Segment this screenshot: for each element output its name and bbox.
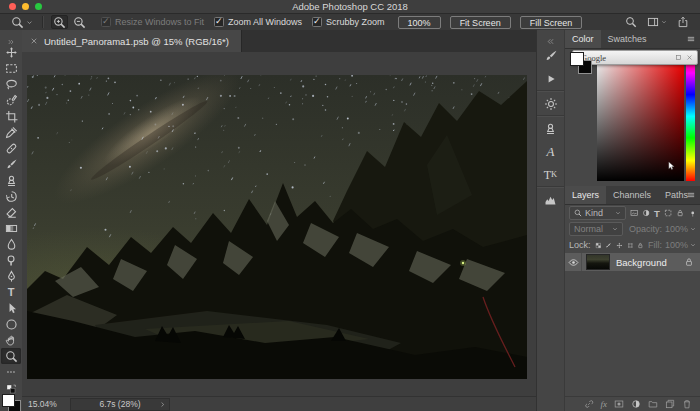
tool-preset-picker[interactable]	[11, 16, 33, 29]
tab-color[interactable]: Color	[565, 30, 601, 48]
hand-tool[interactable]	[1, 332, 21, 348]
tab-layers[interactable]: Layers	[565, 186, 606, 204]
search-icon[interactable]	[625, 16, 637, 28]
eraser-tool[interactable]	[1, 204, 21, 220]
filter-type-layers-icon[interactable]: T	[654, 208, 660, 219]
eyedropper-icon	[5, 126, 18, 139]
layer-row-background[interactable]: Background	[565, 253, 700, 271]
dodge-tool[interactable]	[1, 252, 21, 268]
restore-icon[interactable]	[675, 54, 682, 61]
new-group-button[interactable]	[648, 399, 658, 409]
opacity-value[interactable]: 100%	[665, 224, 696, 234]
edit-toolbar-button[interactable]	[1, 364, 21, 380]
zoom-all-windows-checkbox[interactable]: Zoom All Windows	[214, 17, 302, 27]
resize-windows-checkbox[interactable]: Resize Windows to Fit	[101, 17, 204, 27]
layer-thumbnail[interactable]	[586, 254, 610, 270]
fit-screen-button[interactable]: Fit Screen	[450, 16, 511, 29]
tab-swatches[interactable]: Swatches	[601, 30, 654, 48]
clone-source-panel-button[interactable]	[537, 117, 564, 140]
brush-tool[interactable]	[1, 156, 21, 172]
histogram-panel-button[interactable]	[537, 188, 564, 211]
color-swatch-control[interactable]	[1, 393, 21, 411]
chevron-right-icon[interactable]	[159, 401, 166, 408]
foreground-color-swatch[interactable]	[570, 52, 584, 66]
type-tool[interactable]: T	[1, 284, 21, 300]
default-colors-button[interactable]	[6, 381, 17, 392]
status-info[interactable]: 6.7s (28%)	[70, 398, 170, 411]
filter-kind-dropdown[interactable]: Kind	[569, 206, 626, 220]
pen-tool[interactable]	[1, 268, 21, 284]
lock-pixels-icon[interactable]	[605, 241, 612, 250]
blend-mode-dropdown[interactable]: Normal	[569, 222, 623, 236]
lock-position-icon[interactable]	[616, 241, 623, 250]
canvas-area[interactable]	[22, 52, 536, 397]
color-panel-body: Google	[565, 49, 700, 187]
healing-brush-tool[interactable]	[1, 140, 21, 156]
gradient-tool[interactable]	[1, 220, 21, 236]
brush-settings-icon	[544, 49, 558, 63]
panel-menu-icon[interactable]	[686, 34, 696, 44]
workspace-switcher[interactable]	[647, 16, 667, 28]
status-zoom-level[interactable]: 15.04%	[28, 399, 70, 409]
photoshop-window: Adobe Photoshop CC 2018 Resize Windows t…	[0, 0, 700, 411]
layer-style-button[interactable]: fx	[601, 400, 608, 409]
filter-pixel-layers-icon[interactable]	[630, 208, 638, 218]
zoom-in-button[interactable]	[51, 15, 68, 29]
zoom-100-button[interactable]: 100%	[398, 16, 441, 29]
new-layer-button[interactable]	[665, 399, 675, 409]
layers-empty-area	[565, 271, 700, 396]
close-icon[interactable]	[686, 54, 693, 61]
quick-selection-tool[interactable]	[1, 92, 21, 108]
filter-toggle-icon[interactable]	[689, 209, 696, 218]
panel-menu-icon[interactable]	[686, 190, 696, 200]
actions-panel-button[interactable]	[537, 67, 564, 90]
fill-value[interactable]: 100%	[665, 240, 696, 250]
document-tab-bar: Untitled_Panorama1.psb @ 15% (RGB/16*)	[22, 30, 536, 53]
history-brush-tool[interactable]	[1, 188, 21, 204]
add-mask-button[interactable]	[614, 399, 624, 409]
filter-smart-objects-icon[interactable]	[676, 208, 684, 218]
crop-tool[interactable]	[1, 108, 21, 124]
filter-adjustment-layers-icon[interactable]	[642, 208, 650, 218]
document-tab[interactable]: Untitled_Panorama1.psb @ 15% (RGB/16*)	[22, 30, 242, 52]
share-icon[interactable]	[677, 16, 689, 28]
move-icon	[5, 46, 18, 59]
tab-channels[interactable]: Channels	[606, 186, 658, 204]
lock-artboard-icon[interactable]	[627, 241, 634, 250]
glyphs-panel-button[interactable]: TK	[537, 163, 564, 186]
blur-tool[interactable]	[1, 236, 21, 252]
brush-settings-panel-button[interactable]	[537, 44, 564, 67]
toolbar-collapse[interactable]	[7, 32, 15, 42]
eraser-icon	[5, 206, 18, 219]
lock-all-icon[interactable]	[637, 241, 644, 250]
eyedropper-tool[interactable]	[1, 124, 21, 140]
marquee-icon	[5, 62, 18, 75]
delete-layer-button[interactable]	[682, 399, 692, 409]
adjustment-layer-button[interactable]	[631, 399, 641, 409]
zoom-out-button[interactable]	[71, 15, 88, 29]
mac-titlebar: Adobe Photoshop CC 2018	[0, 0, 700, 14]
chevron-down-icon	[612, 226, 618, 232]
color-panel-swatches[interactable]	[569, 51, 595, 77]
move-tool[interactable]	[1, 44, 21, 60]
scrubby-zoom-checkbox[interactable]: Scrubby Zoom	[312, 17, 385, 27]
fill-screen-button[interactable]: Fill Screen	[520, 16, 583, 29]
foreground-color-swatch[interactable]	[2, 394, 15, 407]
link-layers-button[interactable]	[584, 399, 594, 409]
character-styles-panel-button[interactable]: A	[537, 140, 564, 163]
hue-slider[interactable]	[686, 54, 695, 181]
lasso-tool[interactable]	[1, 76, 21, 92]
filter-shape-layers-icon[interactable]	[664, 208, 672, 218]
tab-close-icon[interactable]	[30, 37, 38, 45]
clone-stamp-tool[interactable]	[1, 172, 21, 188]
path-selection-tool[interactable]	[1, 300, 21, 316]
marquee-tool[interactable]	[1, 60, 21, 76]
layer-visibility-toggle[interactable]	[565, 257, 581, 268]
zoom-tool[interactable]	[1, 348, 21, 364]
ellipse-shape-tool[interactable]	[1, 316, 21, 332]
lock-transparency-icon[interactable]	[595, 241, 602, 250]
search-icon	[574, 209, 582, 217]
checkbox-box	[214, 17, 224, 27]
dock-collapse[interactable]	[546, 30, 555, 44]
adjustments-panel-button[interactable]	[537, 92, 564, 115]
